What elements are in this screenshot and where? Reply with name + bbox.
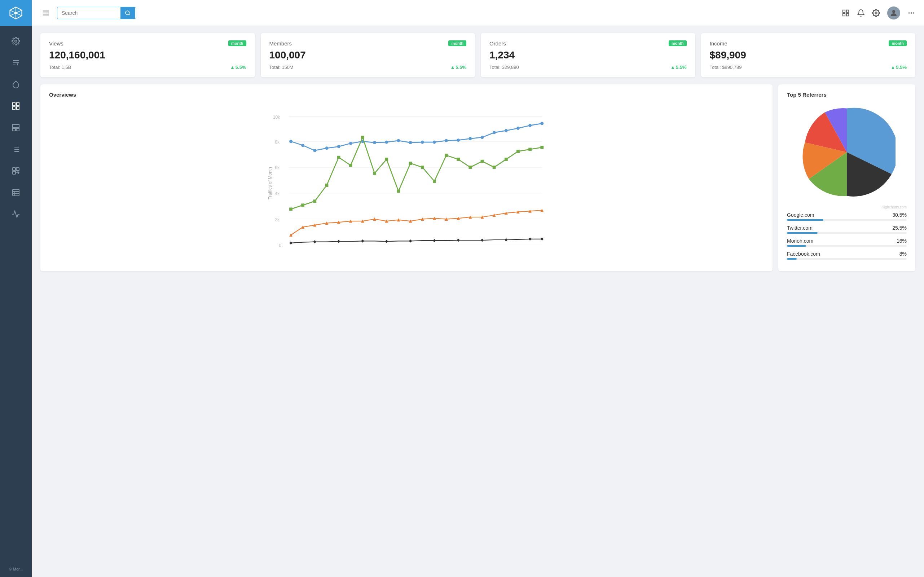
sidebar-item-text[interactable]: T — [0, 52, 32, 74]
svg-rect-92 — [528, 148, 532, 151]
stat-change-income: ▲ 5.5% — [890, 64, 907, 70]
svg-rect-81 — [397, 190, 400, 193]
sidebar-item-theme[interactable] — [0, 74, 32, 95]
stat-label-views: Views — [49, 40, 63, 47]
search-button[interactable] — [121, 7, 135, 19]
svg-rect-9 — [16, 128, 19, 131]
svg-point-59 — [397, 139, 400, 142]
sidebar: T © Mor... — [0, 0, 32, 577]
referrer-item: Facebook.com 8% — [787, 251, 907, 259]
stat-label-members: Members — [269, 40, 292, 47]
svg-rect-19 — [13, 189, 19, 196]
svg-point-0 — [15, 12, 17, 15]
settings-button[interactable] — [872, 9, 880, 17]
stat-label-orders: Orders — [489, 40, 506, 47]
sidebar-item-grid-sm[interactable] — [0, 95, 32, 117]
svg-rect-84 — [433, 180, 436, 183]
referrer-bar-twitter — [787, 232, 818, 234]
stat-badge-orders: month — [669, 40, 687, 46]
svg-point-33 — [892, 10, 895, 13]
svg-rect-80 — [385, 158, 388, 161]
sidebar-item-list[interactable] — [0, 139, 32, 160]
svg-marker-123 — [456, 239, 460, 242]
stat-card-views: Views month 120,160,001 Total: 1,5B ▲ 5.… — [40, 33, 255, 77]
referrers-title: Top 5 Referrers — [787, 92, 907, 98]
svg-rect-28 — [843, 10, 845, 12]
svg-point-34 — [908, 12, 910, 14]
referrer-percent: 25.5% — [892, 225, 907, 231]
svg-point-32 — [875, 12, 877, 14]
referrer-bar-google — [787, 219, 823, 221]
svg-marker-119 — [361, 239, 364, 243]
svg-point-57 — [373, 141, 376, 144]
line-chart-svg: 0 2k 4k 6k 8k 10k Traffics of Month — [49, 103, 764, 255]
overviews-title: Overviews — [49, 92, 764, 98]
svg-point-51 — [301, 144, 305, 147]
svg-point-53 — [325, 147, 329, 150]
svg-point-54 — [337, 145, 340, 148]
notification-button[interactable] — [857, 9, 865, 17]
svg-rect-90 — [505, 158, 508, 161]
svg-point-1 — [15, 40, 17, 42]
referrer-name: Facebook.com — [787, 251, 820, 257]
sidebar-item-chart[interactable] — [0, 203, 32, 225]
svg-rect-18 — [13, 171, 16, 174]
svg-rect-72 — [289, 207, 292, 211]
stat-value-members: 100,007 — [269, 49, 467, 61]
svg-text:8k: 8k — [275, 140, 280, 145]
pie-chart-svg — [798, 103, 895, 201]
referrer-bar-morioh — [787, 245, 806, 247]
grid-view-button[interactable] — [842, 9, 850, 17]
stat-value-income: $89,909 — [710, 49, 907, 61]
referrer-percent: 30.5% — [892, 212, 907, 218]
sidebar-item-settings[interactable] — [0, 30, 32, 52]
referrer-bar-facebook — [787, 258, 797, 259]
stat-change-views: ▲ 5.5% — [230, 64, 246, 70]
svg-rect-75 — [325, 184, 329, 187]
svg-rect-7 — [13, 124, 19, 128]
svg-rect-8 — [13, 128, 16, 131]
stat-badge-members: month — [448, 40, 466, 46]
svg-point-50 — [289, 140, 292, 143]
svg-point-63 — [445, 139, 448, 142]
menu-button[interactable] — [40, 8, 51, 18]
svg-rect-76 — [337, 156, 340, 159]
svg-point-55 — [349, 142, 352, 145]
sidebar-logo[interactable] — [0, 0, 32, 26]
more-options-button[interactable] — [908, 9, 915, 17]
avatar-button[interactable] — [887, 6, 900, 19]
header-actions — [842, 6, 915, 19]
footer-text: © Mor... — [9, 567, 23, 571]
svg-rect-4 — [16, 103, 19, 105]
svg-text:T: T — [16, 63, 18, 66]
svg-rect-91 — [516, 150, 520, 153]
stat-value-orders: 1,234 — [489, 49, 687, 61]
sidebar-item-reports[interactable] — [0, 182, 32, 203]
svg-rect-6 — [16, 107, 19, 109]
svg-point-26 — [126, 11, 129, 15]
svg-point-71 — [540, 122, 543, 125]
sidebar-nav: T — [0, 26, 32, 561]
svg-rect-73 — [301, 203, 305, 206]
svg-marker-124 — [481, 239, 484, 242]
referrer-name: Twitter.com — [787, 225, 813, 231]
svg-marker-117 — [313, 240, 316, 243]
svg-point-65 — [469, 137, 472, 140]
svg-rect-86 — [456, 158, 460, 161]
svg-marker-122 — [433, 239, 436, 242]
header — [32, 0, 924, 26]
svg-text:0: 0 — [279, 243, 281, 248]
stat-total-members: Total: 150M — [269, 64, 293, 70]
svg-text:Traffics of Month: Traffics of Month — [268, 167, 273, 200]
svg-point-60 — [409, 141, 412, 144]
sidebar-item-widgets[interactable] — [0, 160, 32, 182]
stat-card-income: Income month $89,909 Total: $890,789 ▲ 5… — [701, 33, 916, 77]
svg-rect-5 — [13, 107, 15, 109]
svg-rect-78 — [361, 136, 364, 139]
sidebar-item-grid-lg[interactable] — [0, 117, 32, 139]
stats-row: Views month 120,160,001 Total: 1,5B ▲ 5.… — [40, 33, 915, 77]
svg-point-68 — [505, 129, 508, 132]
search-input[interactable] — [57, 7, 121, 19]
svg-text:4k: 4k — [275, 191, 280, 196]
referrer-percent: 16% — [897, 238, 907, 244]
